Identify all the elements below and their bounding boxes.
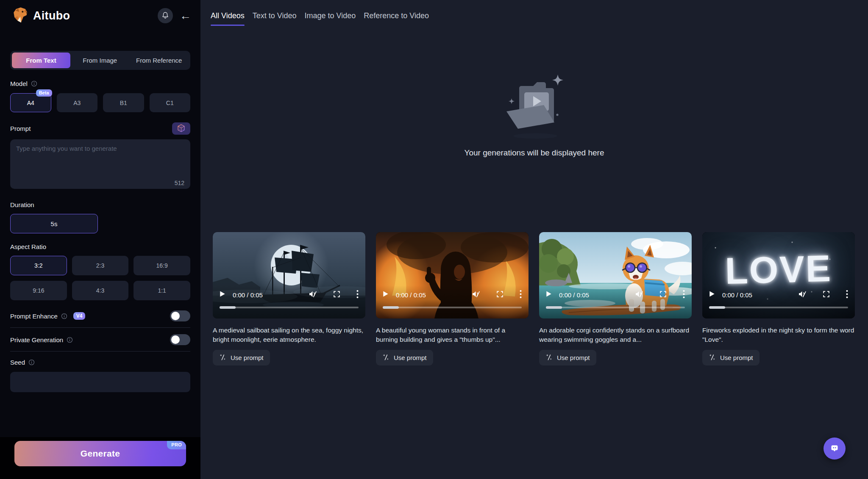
- fullscreen-icon[interactable]: [333, 290, 341, 300]
- tab-all-videos[interactable]: All Videos: [211, 11, 245, 26]
- use-prompt-button[interactable]: Use prompt: [539, 350, 596, 365]
- ratio-option-4-3[interactable]: 4:3: [72, 281, 129, 300]
- tab-from-image[interactable]: From Image: [70, 53, 130, 68]
- model-options: A4 Beta A3 B1 C1: [10, 93, 190, 112]
- video-progress-played: [220, 306, 236, 309]
- muted-icon[interactable]: [798, 290, 807, 300]
- more-options-icon[interactable]: [683, 290, 685, 300]
- muted-icon[interactable]: [634, 290, 643, 300]
- video-caption: A beautiful young woman stands in front …: [376, 326, 529, 344]
- play-icon[interactable]: [383, 291, 389, 299]
- video-progress-played: [383, 306, 399, 309]
- video-player[interactable]: 0:00 / 0:05: [376, 232, 529, 318]
- video-player[interactable]: 0:00 / 0:05: [539, 232, 692, 318]
- video-results-row: 0:00 / 0:05 A medieval sailboat sailing …: [213, 232, 855, 365]
- ratio-option-2-3[interactable]: 2:3: [72, 256, 129, 275]
- notifications-button[interactable]: [158, 8, 173, 23]
- play-icon[interactable]: [709, 291, 715, 299]
- ratio-option-1-1[interactable]: 1:1: [134, 281, 190, 300]
- play-icon[interactable]: [546, 291, 552, 299]
- sidebar-footer: Generate PRO: [0, 437, 200, 479]
- fullscreen-icon[interactable]: [822, 290, 830, 300]
- tab-from-reference[interactable]: From Reference: [130, 53, 189, 68]
- tab-from-text[interactable]: From Text: [12, 53, 70, 68]
- video-player[interactable]: 0:00 / 0:05: [213, 232, 365, 318]
- use-prompt-button[interactable]: Use prompt: [702, 350, 760, 365]
- model-option-b1[interactable]: B1: [103, 93, 144, 112]
- use-prompt-sparkle-icon: [382, 354, 389, 362]
- model-option-label: B1: [120, 100, 127, 106]
- tab-text-to-video[interactable]: Text to Video: [253, 11, 297, 26]
- tab-image-to-video[interactable]: Image to Video: [304, 11, 356, 26]
- video-player[interactable]: LOVE 0:00 / 0:05: [702, 232, 855, 318]
- video-time: 0:00 / 0:05: [722, 291, 752, 299]
- more-options-icon[interactable]: [356, 290, 359, 300]
- private-generation-toggle[interactable]: [170, 334, 190, 345]
- video-time: 0:00 / 0:05: [559, 291, 589, 299]
- video-controls: 0:00 / 0:05: [383, 289, 522, 300]
- seed-input[interactable]: [10, 372, 190, 392]
- video-progress-played: [709, 306, 725, 309]
- model-option-a3[interactable]: A3: [57, 93, 98, 112]
- ratio-option-label: 9:16: [33, 287, 44, 294]
- fullscreen-icon[interactable]: [496, 290, 504, 300]
- tab-reference-to-video[interactable]: Reference to Video: [364, 11, 429, 26]
- divider: [10, 327, 190, 328]
- muted-icon[interactable]: [471, 290, 480, 300]
- video-controls: 0:00 / 0:05: [709, 289, 848, 300]
- video-controls: 0:00 / 0:05: [220, 289, 359, 300]
- video-progress-played: [546, 306, 562, 309]
- video-caption: Fireworks exploded in the night sky to f…: [702, 326, 855, 344]
- aspect-ratio-options: 3:2 2:3 16:9 9:16 4:3 1:1: [10, 256, 190, 300]
- video-category-tabs: All Videos Text to Video Image to Video …: [200, 0, 868, 26]
- video-progress-bar[interactable]: [546, 307, 685, 308]
- empty-state: Your generations will be displayed here: [200, 71, 868, 158]
- video-progress-bar[interactable]: [383, 307, 522, 308]
- sidebar-body: From Text From Image From Reference Mode…: [0, 31, 200, 437]
- ratio-option-16-9[interactable]: 16:9: [134, 256, 190, 275]
- use-prompt-label: Use prompt: [231, 354, 264, 361]
- fullscreen-icon[interactable]: [659, 290, 667, 300]
- use-prompt-button[interactable]: Use prompt: [376, 350, 433, 365]
- seed-label: Seed: [10, 359, 25, 366]
- ratio-option-9-16[interactable]: 9:16: [10, 281, 67, 300]
- play-icon[interactable]: [220, 291, 225, 299]
- model-option-a4[interactable]: A4 Beta: [10, 93, 51, 112]
- prompt-textarea[interactable]: [10, 139, 190, 189]
- video-caption: A medieval sailboat sailing on the sea, …: [213, 326, 365, 344]
- model-label: Model: [10, 80, 28, 87]
- prompt-enhance-label: Prompt Enhance: [10, 313, 58, 320]
- duration-label-row: Duration: [10, 201, 190, 208]
- use-prompt-label: Use prompt: [394, 354, 427, 361]
- ratio-option-label: 1:1: [158, 287, 166, 294]
- muted-icon[interactable]: [308, 290, 317, 300]
- collapse-sidebar-button[interactable]: ←: [180, 10, 191, 22]
- model-option-c1[interactable]: C1: [150, 93, 191, 112]
- video-progress-bar[interactable]: [709, 307, 848, 308]
- aspect-ratio-label-row: Aspect Ratio: [10, 243, 190, 250]
- prompt-enhance-toggle[interactable]: [170, 310, 190, 321]
- random-prompt-button[interactable]: [172, 122, 190, 135]
- more-options-icon[interactable]: [520, 290, 522, 300]
- info-icon: [31, 80, 37, 87]
- sidebar: Aitubo ← From Text From Image From Refer…: [0, 0, 200, 479]
- duration-option-5s[interactable]: 5s: [10, 214, 98, 233]
- more-options-icon[interactable]: [846, 290, 848, 300]
- video-progress-bar[interactable]: [220, 307, 359, 308]
- seed-label-row: Seed: [10, 359, 190, 366]
- video-time: 0:00 / 0:05: [233, 291, 263, 299]
- use-prompt-button[interactable]: Use prompt: [213, 350, 270, 365]
- ratio-option-3-2[interactable]: 3:2: [10, 256, 67, 275]
- support-chat-button[interactable]: [823, 437, 846, 460]
- model-option-label: A3: [73, 100, 81, 106]
- video-card: LOVE 0:00 / 0:05 Fireworks exploded in t…: [702, 232, 855, 365]
- ratio-option-label: 3:2: [34, 262, 42, 269]
- aitubo-logo-icon: [10, 5, 29, 26]
- char-count: 512: [175, 180, 184, 186]
- private-generation-label: Private Generation: [10, 336, 63, 343]
- v4-badge: V4: [73, 312, 86, 320]
- generate-button[interactable]: Generate PRO: [14, 441, 186, 466]
- prompt-label: Prompt: [10, 125, 31, 132]
- video-controls: 0:00 / 0:05: [546, 289, 685, 300]
- ratio-option-label: 2:3: [96, 262, 104, 269]
